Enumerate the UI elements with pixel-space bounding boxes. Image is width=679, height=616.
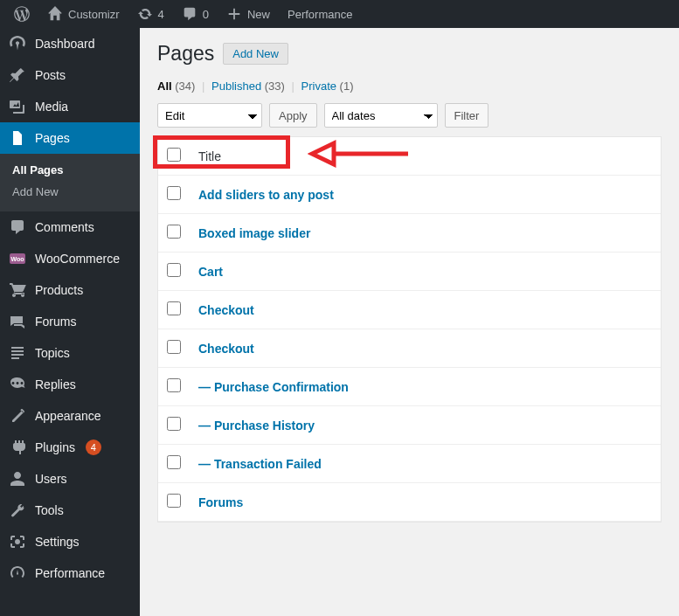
updates-link[interactable]: 4 (130, 0, 171, 28)
page-title-link[interactable]: Checkout (198, 303, 254, 317)
page-title-link[interactable]: Checkout (198, 342, 254, 356)
performance-link[interactable]: Performance (281, 0, 359, 28)
menu-media-label: Media (35, 100, 68, 114)
table-row: Cart (158, 253, 661, 291)
dashboard-icon (9, 35, 26, 52)
menu-topics[interactable]: Topics (0, 337, 140, 369)
row-checkbox[interactable] (167, 186, 181, 200)
main-content: Pages Add New All (34) | Published (33) … (140, 28, 679, 540)
page-title-link[interactable]: — Transaction Failed (198, 457, 322, 471)
date-filter-select[interactable]: All dates (324, 103, 438, 128)
filter-private-link[interactable]: Private (301, 80, 336, 93)
site-name-link[interactable]: Customizr (40, 0, 127, 28)
page-icon (9, 129, 26, 147)
table-row: Add sliders to any post (158, 176, 661, 214)
menu-appearance-label: Appearance (35, 409, 101, 423)
new-label: New (247, 8, 270, 21)
svg-text:Woo: Woo (10, 256, 24, 262)
page-title-link[interactable]: — Purchase History (198, 419, 315, 433)
row-checkbox[interactable] (167, 378, 181, 392)
menu-products[interactable]: Products (0, 274, 140, 306)
table-row: Checkout (158, 291, 661, 329)
tablenav-top: Edit Apply All dates Filter (157, 103, 662, 128)
menu-posts[interactable]: Posts (0, 59, 140, 91)
apply-button[interactable]: Apply (269, 103, 317, 128)
menu-tools-label: Tools (35, 503, 64, 517)
appearance-icon (9, 407, 26, 425)
wordpress-icon (14, 6, 30, 22)
table-row: — Transaction Failed (158, 445, 661, 483)
menu-media[interactable]: Media (0, 91, 140, 122)
page-title-link[interactable]: — Purchase Confirmation (198, 380, 349, 394)
replies-icon (9, 376, 26, 393)
menu-settings[interactable]: Settings (0, 526, 140, 557)
comments-count: 0 (203, 8, 209, 21)
menu-forums[interactable]: Forums (0, 306, 140, 337)
menu-woocommerce-label: WooCommerce (35, 252, 120, 266)
comment-icon (182, 6, 197, 22)
admin-sidebar: Dashboard Posts Media Pages All Pages Ad… (0, 28, 140, 616)
menu-comments[interactable]: Comments (0, 211, 140, 243)
bulk-action-select[interactable]: Edit (157, 103, 262, 128)
table-row: — Purchase Confirmation (158, 368, 661, 406)
new-content-link[interactable]: New (219, 0, 277, 28)
page-title-link[interactable]: Boxed image slider (198, 226, 310, 240)
submenu-all-pages[interactable]: All Pages (0, 159, 140, 181)
page-title-link[interactable]: Add sliders to any post (198, 188, 334, 202)
menu-users[interactable]: Users (0, 463, 140, 495)
menu-products-label: Products (35, 283, 83, 297)
row-checkbox[interactable] (167, 494, 181, 508)
row-checkbox[interactable] (167, 225, 181, 239)
table-row: Forums (158, 483, 661, 522)
row-checkbox[interactable] (167, 301, 181, 315)
menu-plugins-label: Plugins (35, 440, 75, 454)
column-title-header[interactable]: Title (190, 137, 661, 176)
menu-performance[interactable]: Performance (0, 557, 140, 589)
menu-tools[interactable]: Tools (0, 495, 140, 526)
menu-appearance[interactable]: Appearance (0, 400, 140, 432)
cart-icon (9, 281, 26, 299)
filter-all-count: (34) (175, 80, 195, 93)
page-title-link[interactable]: Forums (198, 495, 243, 509)
menu-pages[interactable]: Pages (0, 122, 140, 154)
user-icon (9, 470, 26, 488)
plugins-update-badge: 4 (86, 440, 101, 455)
page-title: Pages (157, 42, 214, 66)
submenu-add-new[interactable]: Add New (0, 181, 140, 203)
comments-link[interactable]: 0 (175, 0, 216, 28)
row-checkbox[interactable] (167, 263, 181, 277)
plugin-icon (9, 439, 26, 456)
menu-plugins[interactable]: Plugins 4 (0, 432, 140, 463)
performance-icon (9, 564, 26, 582)
performance-label: Performance (288, 8, 352, 21)
forums-icon (9, 313, 26, 330)
page-title-link[interactable]: Cart (198, 265, 223, 279)
menu-dashboard-label: Dashboard (35, 37, 95, 51)
wp-logo[interactable] (7, 0, 37, 28)
home-icon (47, 6, 63, 22)
menu-users-label: Users (35, 472, 67, 486)
menu-replies[interactable]: Replies (0, 369, 140, 400)
menu-pages-label: Pages (35, 131, 70, 145)
add-new-button[interactable]: Add New (223, 43, 288, 65)
site-name-text: Customizr (68, 8, 120, 21)
menu-performance-label: Performance (35, 566, 105, 580)
row-checkbox[interactable] (167, 455, 181, 469)
row-checkbox[interactable] (167, 340, 181, 354)
pages-table: Title Add sliders to any postBoxed image… (157, 136, 662, 523)
filter-private-count: (1) (340, 80, 354, 93)
select-all-checkbox[interactable] (167, 148, 181, 162)
settings-icon (9, 533, 26, 550)
menu-comments-label: Comments (35, 220, 94, 234)
menu-dashboard[interactable]: Dashboard (0, 28, 140, 59)
menu-woocommerce[interactable]: Woo WooCommerce (0, 243, 140, 274)
topics-icon (9, 344, 26, 362)
row-checkbox[interactable] (167, 417, 181, 431)
comment-icon (9, 218, 26, 236)
menu-pages-submenu: All Pages Add New (0, 154, 140, 211)
plus-icon (226, 6, 242, 22)
menu-topics-label: Topics (35, 346, 70, 360)
filter-published-link[interactable]: Published (211, 80, 261, 93)
filter-button[interactable]: Filter (445, 103, 489, 128)
filter-all-label[interactable]: All (157, 80, 172, 93)
